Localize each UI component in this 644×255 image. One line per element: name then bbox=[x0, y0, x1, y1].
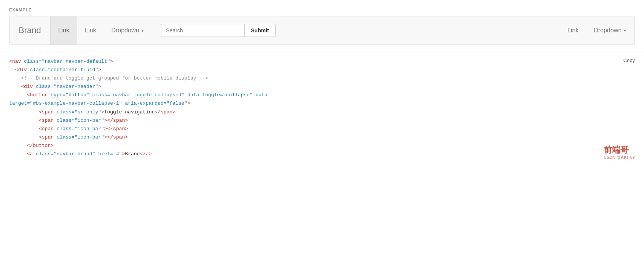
dropdown1-caret-icon: ▼ bbox=[140, 29, 144, 33]
code-line-8: <span class="icon-bar"></span> bbox=[9, 116, 635, 125]
navbar-right: Link Dropdown ▼ bbox=[560, 16, 634, 45]
code-line-11: </button> bbox=[9, 142, 635, 150]
code-line-12: <a class="navbar-brand" href="#">Brand</… bbox=[9, 150, 635, 158]
code-line-3: <!-- Brand and toggle get grouped for be… bbox=[9, 74, 635, 83]
submit-button[interactable]: Submit bbox=[245, 24, 275, 37]
navbar-link-active[interactable]: Link bbox=[50, 16, 77, 45]
code-line-6: target="#bs-example-navbar-collapse-1" a… bbox=[9, 99, 635, 108]
page-wrapper: EXAMPLE Brand Link Link Dropdown ▼ Submi… bbox=[0, 0, 644, 255]
search-input[interactable] bbox=[161, 24, 245, 37]
code-line-2: <div class="container-fluid"> bbox=[9, 66, 635, 74]
navbar-link1[interactable]: Link bbox=[77, 16, 104, 45]
example-label: EXAMPLE bbox=[9, 8, 635, 12]
copy-button[interactable]: Copy bbox=[623, 57, 635, 63]
navbar-dropdown1[interactable]: Dropdown ▼ bbox=[104, 16, 152, 45]
navbar-search-group: Submit bbox=[155, 16, 281, 45]
code-section: Copy <nav class="navbar navbar-default">… bbox=[0, 51, 644, 164]
navbar-link2[interactable]: Link bbox=[560, 27, 586, 34]
example-section: EXAMPLE Brand Link Link Dropdown ▼ Submi… bbox=[0, 0, 644, 45]
watermark: 前端哥 CSDN @AKI_87 bbox=[604, 145, 635, 160]
code-line-9: <span class="icon-bar"></span> bbox=[9, 125, 635, 133]
navbar-brand[interactable]: Brand bbox=[10, 16, 50, 45]
code-line-1: <nav class="navbar navbar-default"> bbox=[9, 57, 635, 66]
navbar-preview: Brand Link Link Dropdown ▼ Submit Link D… bbox=[9, 16, 635, 45]
code-line-7: <span class="sr-only">Toggle navigation<… bbox=[9, 108, 635, 116]
navbar-dropdown2[interactable]: Dropdown ▼ bbox=[586, 27, 634, 34]
code-line-5: <button type="button" class="navbar-togg… bbox=[9, 91, 635, 99]
code-line-4: <div class="navbar-header"> bbox=[9, 83, 635, 91]
watermark-sub: CSDN @AKI_87 bbox=[604, 155, 635, 160]
code-line-10: <span class="icon-bar"></span> bbox=[9, 133, 635, 142]
dropdown2-caret-icon: ▼ bbox=[623, 29, 627, 33]
